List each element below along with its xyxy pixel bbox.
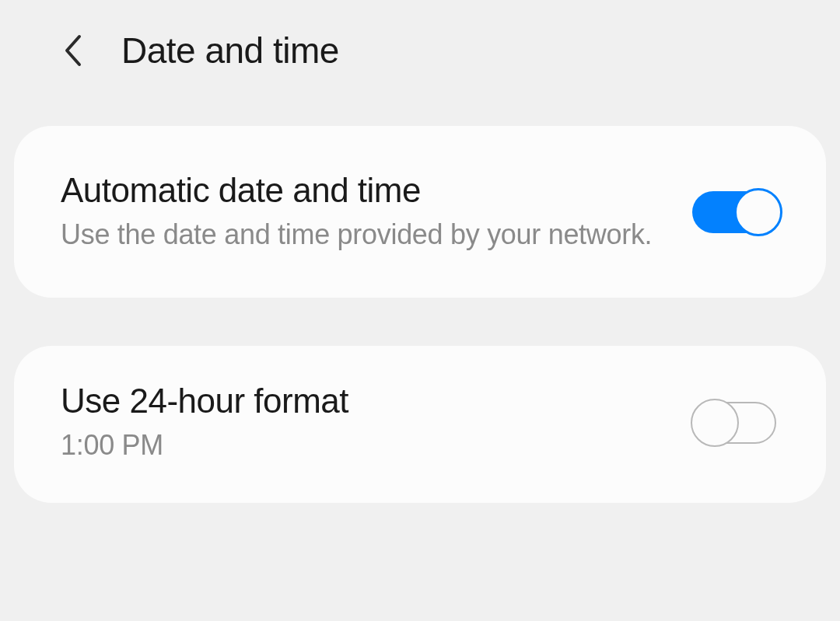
back-icon[interactable] <box>61 32 86 69</box>
setting-subtitle: 1:00 PM <box>61 427 661 464</box>
settings-list: Automatic date and time Use the date and… <box>0 101 840 503</box>
setting-subtitle: Use the date and time provided by your n… <box>61 217 661 253</box>
setting-24-hour-format[interactable]: Use 24-hour format 1:00 PM <box>14 346 826 502</box>
setting-text: Automatic date and time Use the date and… <box>61 171 661 253</box>
setting-automatic-date-time[interactable]: Automatic date and time Use the date and… <box>14 126 826 298</box>
setting-title: Automatic date and time <box>61 171 661 211</box>
page-title: Date and time <box>121 30 339 72</box>
toggle-automatic-date-time[interactable] <box>692 187 782 238</box>
setting-text: Use 24-hour format 1:00 PM <box>61 382 661 463</box>
setting-title: Use 24-hour format <box>61 382 661 421</box>
toggle-24-hour-format[interactable] <box>692 397 782 448</box>
header: Date and time <box>0 0 840 101</box>
